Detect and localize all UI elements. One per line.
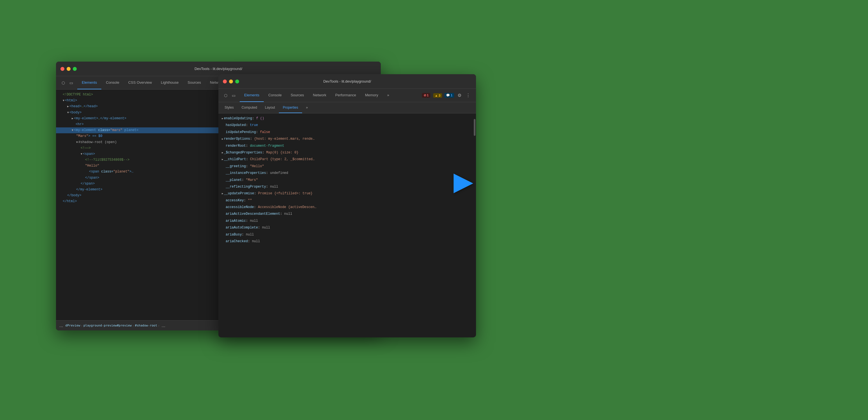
main-tab-bar-front: ⬡ ▭ Elements Console Sources Network Per… bbox=[218, 89, 476, 102]
arrow-container bbox=[454, 174, 473, 193]
expand-myelement1: ▶ bbox=[72, 117, 73, 120]
bc-shadow-root[interactable]: #shadow-root bbox=[135, 324, 157, 327]
tab-memory-front[interactable]: Memory bbox=[361, 89, 383, 102]
minimize-button-back[interactable] bbox=[67, 67, 70, 71]
dom-line-close-html: </html> bbox=[56, 199, 229, 204]
prop-changedProps-front[interactable]: ▶_$changedProperties: Map(0) {size: 0} bbox=[218, 149, 476, 156]
dom-line-close-span1: </span> bbox=[56, 175, 229, 181]
close-button-back[interactable] bbox=[60, 67, 64, 71]
minimize-button-front[interactable] bbox=[229, 80, 233, 84]
expand-myelement2: ▼ bbox=[72, 129, 73, 132]
tab-sources-front[interactable]: Sources bbox=[286, 89, 309, 102]
blue-arrow-icon bbox=[454, 174, 473, 193]
sub-tab-bar-front: Styles Computed Layout Properties » bbox=[218, 102, 476, 113]
dom-line-close-myelement: </my-element> bbox=[56, 187, 229, 192]
props-list-front[interactable]: ▶enableUpdating: f () hasUpdated: true i… bbox=[218, 113, 476, 337]
tab-console-back[interactable]: Console bbox=[101, 76, 124, 89]
dom-line-span1[interactable]: ▼<span> bbox=[56, 151, 229, 157]
device-icon-front[interactable]: ▭ bbox=[231, 93, 236, 98]
bc-menu-back[interactable]: ... bbox=[58, 322, 64, 329]
dom-line-head[interactable]: ▶<head>…</head> bbox=[56, 103, 229, 110]
prop-greeting-front[interactable]: __greeting: "Hello" bbox=[218, 163, 476, 170]
dom-line-doctype: <!DOCTYPE html> bbox=[56, 92, 229, 98]
prop-renderRoot-front[interactable]: renderRoot: document-fragment bbox=[218, 143, 476, 149]
subtab-styles-front[interactable]: Styles bbox=[221, 102, 238, 113]
tab-console-front[interactable]: Console bbox=[264, 89, 286, 102]
prop-instanceProps-front[interactable]: __instanceProperties: undefined bbox=[218, 170, 476, 176]
title-bar-front: DevTools - lit.dev/playground/ bbox=[218, 74, 476, 89]
prop-accessibleNode-front[interactable]: accessibleNode: AccessibleNode {activeDe… bbox=[218, 204, 476, 211]
scrollbar-front[interactable] bbox=[474, 119, 475, 136]
prop-ariaAtomic-front[interactable]: ariaAtomic: null bbox=[218, 217, 476, 224]
prop-hasUpdated-front[interactable]: hasUpdated: true bbox=[218, 122, 476, 128]
device-icon[interactable]: ▭ bbox=[68, 80, 74, 86]
tab-elements-front[interactable]: Elements bbox=[240, 89, 264, 102]
expand-span1: ▼ bbox=[81, 153, 82, 156]
dom-line-close-span2: </span> bbox=[56, 181, 229, 187]
dom-line-close-body: </body> bbox=[56, 192, 229, 199]
front-content: Styles Computed Layout Properties » ▶ena… bbox=[218, 102, 476, 337]
dom-line-lit-comment: <!--?lit$927534869$--> bbox=[56, 157, 229, 163]
expand-head: ▶ bbox=[67, 105, 69, 108]
tab-network-front[interactable]: Network bbox=[309, 89, 331, 102]
prop-planet-front[interactable]: __planet: "Mars" bbox=[218, 177, 476, 183]
prop-renderOptions-front[interactable]: ▶renderOptions: {host: my-element.mars, … bbox=[218, 136, 476, 142]
dom-line-body[interactable]: ▼<body> bbox=[56, 110, 229, 116]
expand-shadow: ▼ bbox=[76, 141, 78, 144]
dom-line-span-planet[interactable]: <span class="planet">… bbox=[56, 169, 229, 175]
tab-elements-back[interactable]: Elements bbox=[77, 76, 101, 89]
maximize-button-back[interactable] bbox=[73, 67, 77, 71]
traffic-lights-back bbox=[60, 67, 77, 71]
window-title-back: DevTools - lit.dev/playground/ bbox=[195, 67, 243, 71]
dom-line-hello-text: "Hello" bbox=[56, 163, 229, 169]
dom-line-myelement2[interactable]: ▼<my-element class="mars" planet= bbox=[56, 127, 229, 133]
subtab-layout-front[interactable]: Layout bbox=[261, 102, 279, 113]
prop-childPart-front[interactable]: ▶__childPart: ChildPart {type: 2, _$comm… bbox=[218, 156, 476, 163]
bc-playground-preview[interactable]: playground-preview#preview bbox=[84, 324, 132, 327]
prop-enableUpdating-front[interactable]: ▶enableUpdating: f () bbox=[218, 115, 476, 122]
prop-ariaBusy-front[interactable]: ariaBusy: null bbox=[218, 231, 476, 238]
maximize-button-front[interactable] bbox=[235, 80, 239, 84]
subtab-computed-front[interactable]: Computed bbox=[238, 102, 261, 113]
cursor-icon-front[interactable]: ⬡ bbox=[223, 93, 228, 98]
dom-line-hr[interactable]: <hr> bbox=[56, 122, 229, 127]
dom-tree-back[interactable]: <!DOCTYPE html> ▼<html> ▶<head>…</head> … bbox=[56, 90, 229, 320]
tab-sources-back[interactable]: Sources bbox=[183, 76, 206, 89]
traffic-lights-front bbox=[223, 80, 239, 84]
more-icon-front[interactable]: ⋮ bbox=[465, 92, 471, 99]
dom-line-html[interactable]: ▼<html> bbox=[56, 98, 229, 103]
dom-line-shadow[interactable]: ▼#shadow-root (open) bbox=[56, 140, 229, 145]
breadcrumb-bar-back: ... dPreview › playground-preview#previe… bbox=[56, 320, 229, 330]
close-button-front[interactable] bbox=[223, 80, 227, 84]
prop-isUpdatePending-front[interactable]: isUpdatePending: false bbox=[218, 129, 476, 136]
prop-ariaChecked-front[interactable]: ariaChecked: null bbox=[218, 238, 476, 245]
dom-line-comment1: <!——> bbox=[56, 145, 229, 151]
tab-cssoverview-back[interactable]: CSS Overview bbox=[124, 76, 157, 89]
warning-badge-front: ▲ 3 bbox=[433, 93, 442, 98]
tab-bar-icons-back: ⬡ ▭ bbox=[58, 76, 76, 89]
prop-updatePromise-front[interactable]: ▶__updatePromise: Promise {<fulfilled>: … bbox=[218, 190, 476, 197]
settings-icon-front[interactable]: ⚙ bbox=[456, 92, 463, 99]
tab-more-front[interactable]: » bbox=[383, 89, 394, 102]
expand-html: ▼ bbox=[63, 99, 64, 102]
bc-dpreview[interactable]: dPreview bbox=[65, 324, 80, 327]
devtools-front-window: DevTools - lit.dev/playground/ ⬡ ▭ Eleme… bbox=[218, 74, 476, 337]
tab-bar-icons-front: ⬡ ▭ bbox=[221, 89, 239, 102]
subtab-properties-front[interactable]: Properties bbox=[279, 102, 302, 113]
dom-line-mars-val: "Mars"> == $0 bbox=[56, 133, 229, 139]
prop-accessKey-front[interactable]: accessKey: "" bbox=[218, 197, 476, 204]
dom-line-myelement1[interactable]: ▶<my-element>…</my-element> bbox=[56, 116, 229, 122]
subtab-more-front[interactable]: » bbox=[302, 102, 312, 113]
prop-ariaActive-front[interactable]: ariaActiveDescendantElement: null bbox=[218, 211, 476, 217]
tab-right-front: ⊘ 1 ▲ 3 💬 1 ⚙ ⋮ bbox=[420, 89, 474, 102]
bc-more[interactable]: ... bbox=[160, 322, 166, 329]
tab-lighthouse-back[interactable]: Lighthouse bbox=[156, 76, 183, 89]
expand-body: ▼ bbox=[67, 111, 69, 114]
tab-performance-front[interactable]: Performance bbox=[331, 89, 360, 102]
cursor-icon[interactable]: ⬡ bbox=[60, 80, 66, 86]
prop-ariaAutoComplete-front[interactable]: ariaAutoComplete: null bbox=[218, 224, 476, 231]
window-title-front: DevTools - lit.dev/playground/ bbox=[323, 79, 371, 84]
dom-panel-back: <!DOCTYPE html> ▼<html> ▶<head>…</head> … bbox=[56, 90, 229, 330]
prop-reflectingProp-front[interactable]: __reflectingProperty: null bbox=[218, 183, 476, 190]
message-badge-front: 💬 1 bbox=[444, 93, 454, 98]
